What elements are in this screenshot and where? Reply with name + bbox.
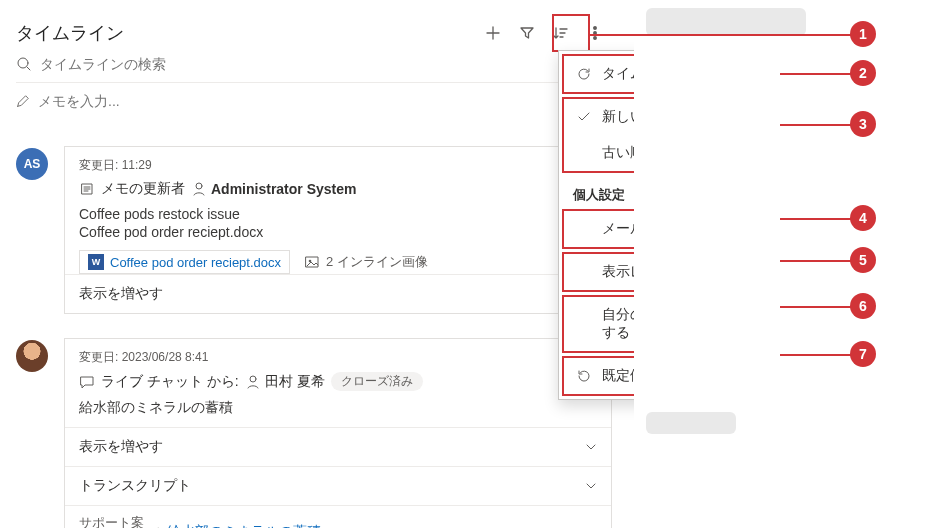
image-icon bbox=[304, 254, 320, 270]
annotation-badge: 5 bbox=[850, 247, 876, 273]
reset-icon bbox=[576, 368, 592, 384]
status-badge: クローズ済み bbox=[331, 372, 423, 391]
word-icon: W bbox=[88, 254, 104, 270]
svg-point-2 bbox=[594, 37, 597, 40]
filter-button[interactable] bbox=[510, 16, 544, 50]
right-panel-placeholder bbox=[634, 0, 930, 528]
attachment-chip[interactable]: W Coffee pod order reciept.docx bbox=[79, 250, 290, 274]
chevron-down-icon bbox=[585, 480, 597, 492]
chat-prefix: ライブ チャット から: bbox=[101, 373, 239, 391]
check-icon bbox=[576, 109, 592, 125]
svg-point-4 bbox=[196, 183, 202, 189]
case-label: サポート案件: bbox=[79, 514, 149, 528]
pencil-icon bbox=[16, 94, 30, 108]
search-input[interactable] bbox=[40, 56, 612, 72]
expand-toggle[interactable]: 表示を増やす bbox=[65, 427, 611, 466]
timestamp: 変更日: 2023/06/28 8:41 bbox=[79, 349, 597, 366]
timeline-card: 変更日: 11:29 メモの更新者 Administrator System C… bbox=[64, 146, 612, 314]
svg-point-0 bbox=[594, 27, 597, 30]
note-input[interactable] bbox=[38, 93, 612, 109]
avatar bbox=[16, 340, 48, 372]
person-icon bbox=[245, 374, 261, 390]
sort-button[interactable] bbox=[544, 16, 578, 50]
annotation-badge: 1 bbox=[850, 21, 876, 47]
chat-body: 給水部のミネラルの蓄積 bbox=[79, 399, 597, 417]
chat-user: 田村 夏希 bbox=[265, 373, 325, 391]
case-link[interactable]: 給水部のミネラルの蓄積 bbox=[167, 523, 321, 528]
annotation-badge: 7 bbox=[850, 341, 876, 367]
svg-point-3 bbox=[18, 58, 28, 68]
timeline-title: タイムライン bbox=[16, 21, 476, 45]
note-body: Coffee pod order reciept.docx bbox=[79, 224, 597, 240]
transcript-toggle[interactable]: トランスクリプト bbox=[65, 466, 611, 505]
timeline-card: 変更日: 2023/06/28 8:41 ライブ チャット から: 田村 夏希 … bbox=[64, 338, 612, 528]
note-title-prefix: メモの更新者 bbox=[101, 180, 185, 198]
search-icon bbox=[16, 56, 32, 72]
person-icon bbox=[191, 181, 207, 197]
annotation-badge: 4 bbox=[850, 205, 876, 231]
inline-images-indicator[interactable]: 2 インライン画像 bbox=[304, 253, 428, 271]
note-icon bbox=[79, 181, 95, 197]
avatar: AS bbox=[16, 148, 48, 180]
expand-toggle[interactable]: 表示を増やす bbox=[65, 274, 611, 313]
attachment-link[interactable]: Coffee pod order reciept.docx bbox=[110, 255, 281, 270]
annotation-badge: 3 bbox=[850, 111, 876, 137]
timestamp: 変更日: 11:29 bbox=[79, 157, 597, 174]
annotation-badge: 2 bbox=[850, 60, 876, 86]
add-button[interactable] bbox=[476, 16, 510, 50]
more-button[interactable] bbox=[578, 16, 612, 50]
updater-name: Administrator System bbox=[211, 181, 356, 197]
chevron-down-icon bbox=[585, 441, 597, 453]
chat-icon bbox=[79, 374, 95, 390]
annotation-badge: 6 bbox=[850, 293, 876, 319]
refresh-icon bbox=[576, 66, 592, 82]
related-case-row[interactable]: サポート案件: 給水部のミネラルの蓄積 bbox=[65, 505, 611, 528]
svg-point-8 bbox=[250, 376, 256, 382]
note-body: Coffee pods restock issue bbox=[79, 206, 597, 222]
